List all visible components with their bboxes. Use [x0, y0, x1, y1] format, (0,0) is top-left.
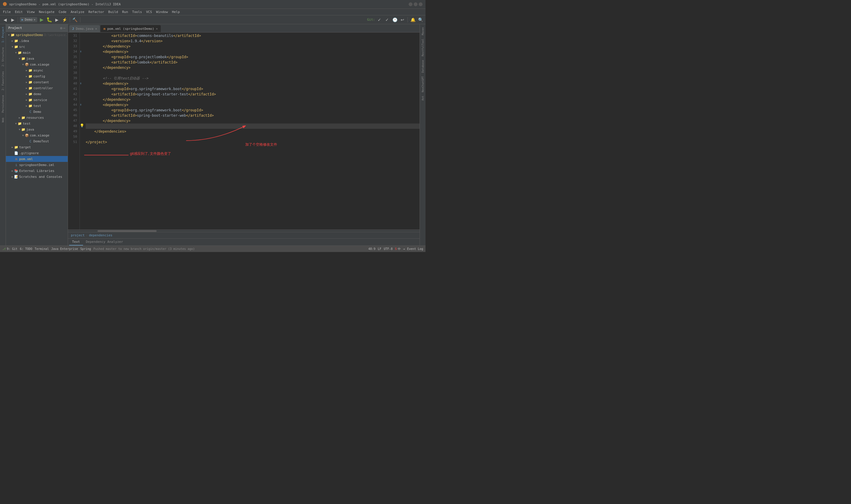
tree-config[interactable]: ▶ 📁 config	[6, 73, 68, 79]
maximize-button[interactable]	[414, 2, 418, 6]
notifications-button[interactable]: 🔔	[410, 17, 416, 23]
tab-demo-java[interactable]: J Demo.java ×	[69, 25, 100, 32]
menu-code[interactable]: Code	[57, 10, 68, 15]
status-encoding[interactable]: UTF-8	[384, 247, 393, 251]
run-config[interactable]: ▶ Demo ▼	[20, 17, 37, 22]
search-everywhere-button[interactable]: 🔍	[417, 17, 424, 23]
tab-pom-xml[interactable]: m pom.xml (springbootDemo) ×	[101, 25, 161, 32]
gitignore-arrow	[11, 151, 14, 155]
gutter: ↕ ↕ ↕	[80, 33, 85, 230]
tree-resources[interactable]: ▶ 📁 resources	[6, 115, 68, 121]
panel-header: Project ⚙ –	[6, 24, 68, 32]
settings-icon[interactable]: ⚙	[60, 26, 62, 30]
tree-test-java[interactable]: ▼ 📁 java	[6, 126, 68, 132]
forward-button[interactable]: ▶	[10, 17, 16, 23]
run-button[interactable]: ▶	[38, 17, 45, 23]
tree-java[interactable]: ▼ 📁 java	[6, 56, 68, 61]
status-git[interactable]: ⎇ 9: Git	[2, 247, 17, 251]
menu-tools[interactable]: Tools	[130, 10, 144, 15]
bottom-tab-text[interactable]: Text	[69, 239, 83, 246]
git-push[interactable]: ✓	[384, 17, 390, 23]
breadcrumb-dependencies[interactable]: dependencies	[89, 233, 112, 237]
close-button[interactable]	[419, 2, 422, 6]
breadcrumb-project[interactable]: project	[71, 233, 85, 237]
menu-help[interactable]: Help	[170, 10, 182, 15]
menu-window[interactable]: Window	[154, 10, 169, 15]
tree-src[interactable]: ▼ 📁 src	[6, 44, 68, 50]
menu-run[interactable]: Run	[120, 10, 130, 15]
tree-demotest[interactable]: C DemoTest	[6, 138, 68, 144]
menu-edit[interactable]: Edit	[13, 10, 25, 15]
tree-service[interactable]: ▶ 📁 service	[6, 97, 68, 103]
vtab-favorites[interactable]: 2: Favorites	[1, 69, 5, 93]
status-indent[interactable]: ⇥	[403, 247, 405, 251]
tab-java-close[interactable]: ×	[95, 27, 97, 31]
tree-pom-xml[interactable]: m pom.xml	[6, 156, 68, 162]
menu-file[interactable]: File	[1, 10, 13, 15]
status-notifications[interactable]: Event Log	[407, 247, 423, 251]
status-position[interactable]: 48:9	[368, 247, 376, 251]
status-java-enterprise[interactable]: Java Enterprise	[51, 247, 78, 251]
tree-idea[interactable]: ▶ 📁 .idea	[6, 38, 68, 44]
right-tab-nexchat[interactable]: NexChatGPT	[421, 74, 425, 94]
encoding-label: UTF-8	[384, 247, 393, 251]
tree-package[interactable]: ▼ 📦 com.xiaoge	[6, 61, 68, 67]
tree-main[interactable]: ▼ 📁 main	[6, 50, 68, 56]
code-content[interactable]: <artifactId>commons-beanutils</artifactI…	[85, 33, 420, 230]
tree-scratches[interactable]: ▶ 📝 Scratches and Consoles	[6, 174, 68, 180]
menu-analyze[interactable]: Analyze	[69, 10, 86, 15]
vtab-web[interactable]: Web	[1, 115, 5, 125]
tree-external-libs[interactable]: ▶ 📚 External Libraries	[6, 168, 68, 174]
code-line-40: <dependency>	[86, 81, 420, 86]
bottom-tab-dependency-analyzer[interactable]: Dependency Analyzer	[83, 239, 126, 246]
tree-target[interactable]: ▶ 📁 target	[6, 144, 68, 150]
git-commit[interactable]: ✓	[376, 17, 383, 23]
status-terminal-label: Terminal	[35, 247, 49, 251]
tree-iml[interactable]: i springbootDemo.iml	[6, 162, 68, 168]
lightbulb-icon[interactable]: 💡	[80, 124, 84, 128]
tree-demo[interactable]: ▶ 📁 demo	[6, 91, 68, 97]
collapse-icon[interactable]: –	[63, 26, 65, 30]
tree-test-pkg[interactable]: ▼ 📦 com.xiaoge	[6, 132, 68, 138]
tree-async[interactable]: ▶ 📁 async	[6, 67, 68, 73]
tree-constant[interactable]: ▶ 📁 constant	[6, 79, 68, 85]
constant-label: constant	[33, 80, 49, 84]
status-todo[interactable]: 6: TODO	[20, 247, 32, 251]
menu-view[interactable]: View	[25, 10, 37, 15]
right-tab-database[interactable]: Database	[421, 58, 425, 74]
vtab-structure[interactable]: 2: Structure	[1, 45, 5, 69]
status-terminal[interactable]: Terminal	[35, 247, 49, 251]
menu-vcs[interactable]: VCS	[144, 10, 153, 15]
status-spring[interactable]: Spring	[80, 247, 91, 251]
status-ime[interactable]: S 中	[395, 247, 401, 251]
git-revert[interactable]: ↩	[399, 17, 406, 23]
profile-button[interactable]: ⚡	[61, 17, 68, 23]
minimize-button[interactable]	[409, 2, 413, 6]
test-src-arrow: ▼	[14, 122, 18, 125]
build-button[interactable]: 🔨	[72, 17, 78, 23]
tree-gitignore[interactable]: 📄 .gitignore	[6, 150, 68, 156]
menu-refactor[interactable]: Refactor	[87, 10, 106, 15]
tree-controller[interactable]: ▶ 📁 controller	[6, 85, 68, 91]
bottom-tabs: Text Dependency Analyzer	[68, 238, 420, 246]
tree-demo-class[interactable]: C Demo	[6, 109, 68, 115]
tree-root[interactable]: ▼ 📁 springbootDemo D:\workspace...	[6, 32, 68, 38]
git-history[interactable]: 🕐	[392, 17, 398, 23]
status-line-ending[interactable]: LF	[378, 247, 381, 251]
line-ending-label: LF	[378, 247, 381, 251]
tree-test-src[interactable]: ▼ 📁 test	[6, 121, 68, 126]
vtab-persistence[interactable]: Persistence	[1, 93, 5, 115]
horizontal-scrollbar[interactable]	[68, 230, 420, 232]
menu-build[interactable]: Build	[106, 10, 120, 15]
right-tab-ant[interactable]: Ant	[421, 94, 425, 102]
right-tab-restful[interactable]: RestfulTool	[421, 37, 425, 58]
debug-button[interactable]: 🐛	[46, 17, 53, 23]
tab-xml-close[interactable]: ×	[156, 27, 158, 31]
right-tab-maven[interactable]: Maven	[421, 25, 425, 37]
vtab-project[interactable]: 1: Project	[1, 24, 5, 45]
test-folder-label: test	[33, 104, 41, 108]
tree-test-folder[interactable]: ▶ 📁 test	[6, 103, 68, 109]
menu-navigate[interactable]: Navigate	[37, 10, 56, 15]
back-button[interactable]: ◀	[2, 17, 8, 23]
coverage-button[interactable]: ▶	[54, 17, 60, 23]
